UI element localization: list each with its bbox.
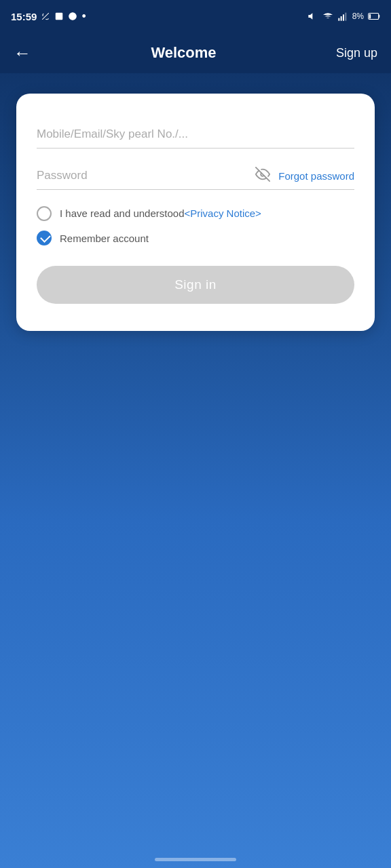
privacy-row: I have read and understood<Privacy Notic… <box>37 206 354 221</box>
username-input[interactable] <box>37 121 354 149</box>
svg-rect-11 <box>345 13 346 21</box>
remember-label: Remember account <box>60 233 149 244</box>
password-input[interactable] <box>37 162 255 189</box>
status-time: 15:59 <box>11 11 37 22</box>
svg-point-1 <box>57 14 58 16</box>
privacy-checkbox[interactable] <box>37 206 52 221</box>
username-group <box>37 121 354 149</box>
vpn-icon <box>68 12 77 21</box>
password-row: Forgot password <box>37 162 354 190</box>
wifi-icon <box>322 11 333 22</box>
svg-line-6 <box>315 15 318 18</box>
svg-rect-13 <box>379 15 380 18</box>
status-right: 8% <box>308 11 380 22</box>
svg-rect-14 <box>369 14 371 19</box>
battery-icon <box>368 12 380 20</box>
svg-rect-8 <box>338 18 339 21</box>
signin-button[interactable]: Sign in <box>37 266 354 304</box>
phone-off-icon <box>41 12 50 21</box>
privacy-text: I have read and understood<Privacy Notic… <box>60 208 261 220</box>
toggle-password-icon[interactable] <box>255 167 270 185</box>
signup-link[interactable]: Sign up <box>336 46 377 60</box>
svg-marker-4 <box>308 13 312 19</box>
privacy-link[interactable]: <Privacy Notice> <box>184 208 261 219</box>
dot-icon: • <box>81 9 86 24</box>
page-title: Welcome <box>151 44 216 62</box>
nav-bar: ← Welcome Sign up <box>0 33 391 73</box>
image-icon <box>54 12 64 21</box>
status-left: 15:59 • <box>11 9 86 24</box>
home-indicator <box>155 858 236 861</box>
svg-rect-10 <box>343 14 344 20</box>
svg-line-5 <box>315 15 318 18</box>
mute-icon <box>308 11 318 22</box>
svg-rect-9 <box>340 16 341 21</box>
back-button[interactable]: ← <box>14 43 31 64</box>
remember-row: Remember account <box>37 231 354 245</box>
status-bar: 15:59 • 8% <box>0 0 391 33</box>
remember-checkbox[interactable] <box>37 231 52 245</box>
login-card: Forgot password I have read and understo… <box>16 94 375 331</box>
forgot-password-link[interactable]: Forgot password <box>278 170 354 182</box>
battery-percent: 8% <box>352 12 364 21</box>
signal-icon <box>337 11 348 22</box>
